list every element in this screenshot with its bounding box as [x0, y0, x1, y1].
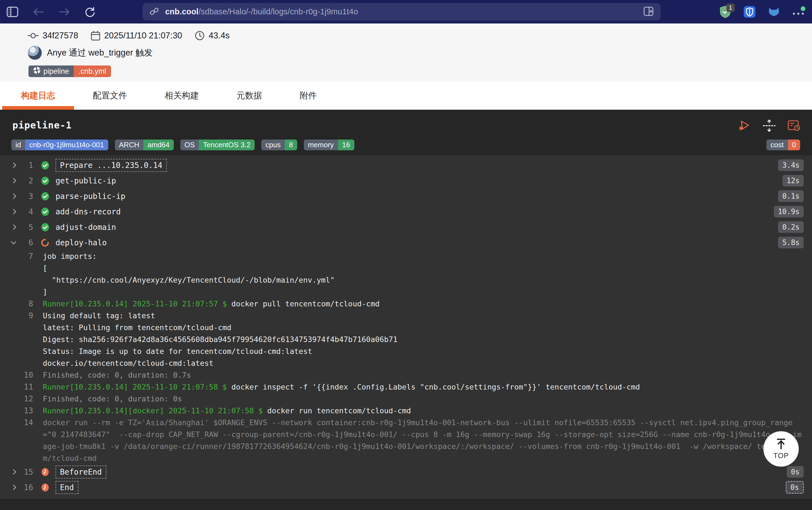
line-number: 15: [17, 468, 33, 477]
tab-相关构建[interactable]: 相关构建: [146, 82, 218, 110]
bitwarden-icon[interactable]: [744, 6, 756, 18]
step-label[interactable]: End: [56, 481, 79, 494]
step-row-adjust-domain[interactable]: 5adjust-domain0.2s: [0, 219, 812, 235]
runner-prefix: Runner[10.235.0.14] 2025-11-10 21:07:57 …: [43, 300, 231, 308]
step-row-deploy-halo[interactable]: 6deploy-halo5.8s: [0, 235, 812, 250]
avatar[interactable]: [28, 46, 42, 60]
log-line: [: [0, 262, 812, 274]
log-line: Status: Image is up to date for tencentc…: [0, 345, 812, 357]
chevron-right-icon[interactable]: [11, 193, 16, 199]
duration-badge: 10.9s: [774, 206, 804, 218]
log-line: "https://cnb.cool/Anyexyz/Key/TencentClo…: [0, 274, 812, 286]
log-text: Finished, code: 0, duration: 0.7s: [43, 369, 199, 381]
scroll-top-button[interactable]: TOP: [763, 431, 799, 466]
browser-menu-icon[interactable]: [792, 6, 804, 18]
chevron-down-icon[interactable]: [11, 239, 16, 245]
step-row-End[interactable]: 16End0s: [0, 480, 812, 495]
pipeline-badge-file: .cnb.yml: [74, 65, 111, 77]
step-row-get-public-ip[interactable]: 2get-public-ip12s: [0, 173, 812, 189]
pipeline-badge-label: pipeline: [44, 67, 69, 76]
step-label[interactable]: deploy-halo: [56, 238, 107, 247]
expand-all-icon[interactable]: [763, 120, 776, 132]
log-text: "https://cnb.cool/Anyexyz/Key/TencentClo…: [43, 274, 343, 286]
commit-hash[interactable]: 34f27578: [42, 31, 78, 40]
tab-附件[interactable]: 附件: [281, 82, 336, 110]
line-number: 7: [0, 250, 33, 262]
link-icon: [150, 7, 159, 17]
line-number: 11: [0, 381, 33, 393]
line-number: 4: [17, 207, 33, 216]
url-path: /sdbase/Halo/-/build/logs/cnb-r0g-1j9mu1…: [199, 7, 358, 16]
cost-badge-value: 0: [788, 140, 800, 150]
line-number: 12: [0, 393, 33, 405]
adblock-shield-icon[interactable]: 1: [719, 6, 731, 18]
cat-extension-icon[interactable]: [768, 6, 780, 18]
chevron-right-icon[interactable]: [11, 209, 16, 215]
back-icon[interactable]: [33, 8, 44, 16]
menu-status-dot: [801, 6, 805, 11]
chevron-right-icon[interactable]: [11, 224, 16, 230]
debug-icon[interactable]: [738, 120, 751, 132]
line-number: [0, 274, 33, 286]
step-row-add-dns-record[interactable]: 4add-dns-record10.9s: [0, 204, 812, 219]
log-line: 7job imports:: [0, 250, 812, 262]
chevron-right-icon[interactable]: [11, 485, 16, 490]
clock-icon: [195, 31, 205, 40]
log-line: Digest: sha256:926f7a42d8a36c4565608dba9…: [0, 334, 812, 345]
step-label[interactable]: get-public-ip: [56, 176, 116, 186]
url-text: cnb.cool/sdbase/Halo/-/build/logs/cnb-r0…: [165, 7, 358, 16]
duration-badge: 0s: [787, 466, 804, 478]
badge-value: 8: [285, 140, 297, 150]
log-output: 1Prepare ...10.235.0.143.4s2get-public-i…: [0, 155, 812, 499]
line-number: [0, 286, 33, 298]
sidebar-toggle-icon[interactable]: [7, 7, 18, 17]
top-button-label: TOP: [773, 451, 789, 460]
build-report-icon[interactable]: [788, 120, 801, 132]
log-text: docker.io/tencentcom/tcloud-cmd:latest: [43, 357, 221, 369]
badge-key: ARCH: [115, 140, 144, 150]
log-line: latest: Pulling from tencentcom/tcloud-c…: [0, 321, 812, 334]
step-label[interactable]: add-dns-record: [56, 207, 121, 216]
status-running-icon: [41, 238, 50, 247]
command-text: docker pull tencentcom/tcloud-cmd: [231, 300, 379, 308]
info-badge-id: idcnb-r0g-1j9mu1t4o-001: [11, 140, 108, 150]
log-line: docker.io/tencentcom/tcloud-cmd:latest: [0, 357, 812, 369]
status-success-icon: [41, 207, 50, 216]
forward-icon[interactable]: [59, 8, 70, 16]
log-panel: pipeline-1 idcnb-r0g-1j9mu1t4o-001ARCHam…: [0, 110, 812, 510]
chevron-right-icon[interactable]: [11, 178, 16, 183]
log-text: docker run --rm -e TZ='Asia/Shanghai' $O…: [43, 417, 812, 464]
calendar-icon: [91, 31, 100, 40]
pipeline-title: pipeline-1: [12, 120, 72, 131]
tab-配置文件[interactable]: 配置文件: [74, 82, 146, 110]
line-number: [0, 334, 33, 345]
duration-badge: 5.8s: [778, 237, 804, 248]
step-label[interactable]: adjust-domain: [56, 223, 116, 232]
split-view-icon[interactable]: [643, 7, 654, 17]
log-line: 8Runner[10.235.0.14] 2025-11-10 21:07:57…: [0, 298, 812, 310]
url-bar[interactable]: cnb.cool/sdbase/Halo/-/build/logs/cnb-r0…: [143, 3, 661, 21]
status-success-icon: [41, 161, 50, 170]
step-row-BeforeEnd[interactable]: 15BeforeEnd0s: [0, 464, 812, 480]
line-number: 5: [17, 223, 33, 232]
step-label[interactable]: BeforeEnd: [56, 465, 106, 479]
tab-bar: 构建日志配置文件相关构建元数据附件: [0, 82, 812, 110]
reload-icon[interactable]: [85, 6, 95, 18]
tab-构建日志[interactable]: 构建日志: [2, 82, 74, 110]
pipeline-badge[interactable]: pipeline .cnb.yml: [28, 65, 111, 77]
info-badge-memory: memory16: [304, 140, 354, 150]
step-row-parse-public-ip[interactable]: 3parse-public-ip0.1s: [0, 189, 812, 204]
step-label[interactable]: Prepare ...10.235.0.14: [56, 159, 167, 172]
cost-badge-key: cost: [766, 140, 788, 150]
tab-元数据[interactable]: 元数据: [218, 82, 281, 110]
chevron-right-icon[interactable]: [11, 469, 16, 475]
chevron-right-icon[interactable]: [11, 163, 16, 168]
arrow-up-icon: [775, 438, 787, 450]
info-badge-OS: OSTencentOS 3.2: [180, 140, 255, 150]
url-host: cnb.cool: [165, 7, 199, 16]
step-label[interactable]: parse-public-ip: [56, 192, 125, 201]
badge-key: cpus: [261, 140, 285, 150]
step-row-Prepare ...10.235.0.14[interactable]: 1Prepare ...10.235.0.143.4s: [0, 158, 812, 173]
log-text: [: [43, 262, 55, 274]
log-line: 10Finished, code: 0, duration: 0.7s: [0, 369, 812, 381]
